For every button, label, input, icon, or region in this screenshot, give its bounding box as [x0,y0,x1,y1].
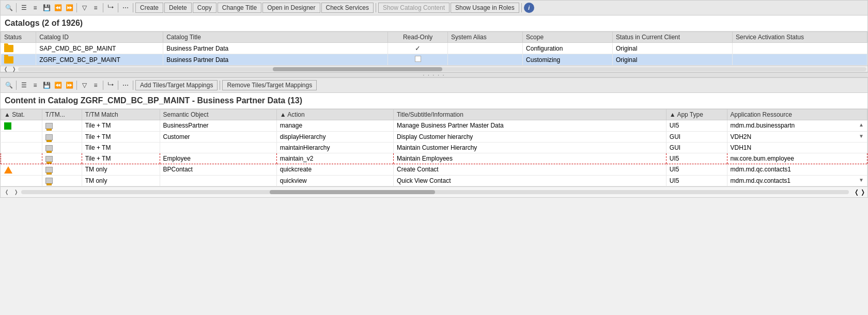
content-row-4[interactable]: Tile + TM Employee maintain_v2 Maintain … [1,153,867,164]
content-row-5[interactable]: TM only BPContact quickcreate Create Con… [1,164,867,175]
col-status: Status [1,32,36,43]
icon-b-grid[interactable]: ⋯ [120,80,131,90]
icon-2[interactable]: ☰ [19,3,29,13]
sep-b3 [103,81,103,90]
col2-t-tm: T/TM... [42,109,82,120]
show-usage-in-roles-button[interactable]: Show Usage in Roles [451,3,519,13]
toolbar-2: 🔍 ☰ ≡ 💾 ⏪ ⏩ ▽ ≡ ⮡ ⋯ Add Tiles/Target Map… [1,78,867,93]
v-scroll-down[interactable]: ❭ [860,188,865,196]
row5-t-tm-match: TM only [82,164,160,175]
row2-scope: Customizing [523,54,613,66]
content-row-3[interactable]: Tile + TM maintainHierarchy Maintain Cus… [1,142,867,153]
row4-action: maintain_v2 [276,153,393,164]
scroll-left-2[interactable]: ❬ [3,188,11,196]
icon-grid[interactable]: ⋯ [120,3,131,13]
panel1-scrollbar[interactable]: ❬ ❭ [1,66,867,72]
icon-1[interactable]: 🔍 [4,3,14,13]
content-row-2[interactable]: Tile + TM Customer displayHierarchy Disp… [1,131,867,142]
catalog-row-1[interactable]: SAP_CMD_BC_BP_MAINT Business Partner Dat… [1,43,867,54]
catalog-table: Status Catalog ID Catalog Title Read-Onl… [1,32,867,66]
row2-catalog-title: Business Partner Data [163,54,388,66]
open-in-designer-button[interactable]: Open in Designer [262,3,320,13]
row4-semantic-object: Employee [160,153,276,164]
row3-t-tm-match: Tile + TM [82,142,160,153]
scroll-right-1[interactable]: ❭ [10,65,18,73]
h-scrollbar-thumb-1 [273,67,442,71]
sep-b2 [76,81,77,90]
row5-app-ressource: mdm.md.qc.contacts1 [727,164,867,175]
col-scope: Scope [523,32,613,43]
catalog-table-container: Status Catalog ID Catalog Title Read-Onl… [1,32,867,66]
icon-b1[interactable]: 🔍 [4,80,14,90]
row1-app-ressource: mdm.md.businesspartn ▲ [727,120,867,132]
icon-save[interactable]: 💾 [41,3,52,13]
row4-app-ressource: nw.core.bum.employee [727,153,867,164]
check-services-button[interactable]: Check Services [321,3,374,13]
row1-catalog-id: SAP_CMD_BC_BP_MAINT [36,43,163,54]
empty-checkbox-1 [415,56,421,62]
icon-b-filter2[interactable]: ≡ [90,80,101,90]
row5-semantic-object: BPContact [160,164,276,175]
icon-filter[interactable]: ▽ [79,3,89,13]
content-row-6[interactable]: TM only quickview Quick View Contact UI5… [1,175,867,186]
icon-b-save[interactable]: 💾 [41,80,52,90]
copy-button[interactable]: Copy [193,3,216,13]
icon-b-export[interactable]: ⮡ [105,80,116,90]
create-button[interactable]: Create [135,3,163,13]
row5-action: quickcreate [276,164,393,175]
folder-icon-2 [4,56,13,64]
col2-app-ressource: Application Ressource [727,109,867,120]
panel1-title: Catalogs (2 of 1926) [1,15,867,32]
row1-app-type: UI5 [666,120,727,132]
panel-splitter[interactable]: · · · · · [0,72,868,77]
icon-b-fwd[interactable]: ⏩ [64,80,74,90]
col-status-in-client: Status in Current Client [613,32,733,43]
icon-b3[interactable]: ≡ [30,80,40,90]
sep1 [16,3,17,12]
delete-button[interactable]: Delete [164,3,192,13]
col2-stat: ▲ Stat. [1,109,42,120]
row6-action: quickview [276,175,393,186]
icon-export[interactable]: ⮡ [105,3,116,13]
icon-b-back[interactable]: ⏪ [53,80,63,90]
toolbar-1: 🔍 ☰ ≡ 💾 ⏪ ⏩ ▽ ≡ ⮡ ⋯ Create Delete Copy C… [1,1,867,15]
scroll-right-2[interactable]: ❭ [12,188,20,196]
sep2 [76,3,77,12]
add-tiles-button[interactable]: Add Tiles/Target Mappings [135,80,218,90]
row5-t-tm [42,164,82,175]
row3-title-subtitle: Maintain Customer Hierarchy [393,142,666,153]
icon-b-filter[interactable]: ▽ [79,80,89,90]
col-catalog-title: Catalog Title [163,32,388,43]
icon-back[interactable]: ⏪ [53,3,63,13]
info-button[interactable]: i [524,3,534,13]
row2-t-tm-match: Tile + TM [82,131,160,142]
splitter-dots: · · · · · [423,72,445,78]
folder-icon-1 [4,45,13,52]
content-row-1[interactable]: Tile + TM BusinessPartner manage Manage … [1,120,867,132]
icon-fwd[interactable]: ⏩ [64,3,74,13]
row6-t-tm [42,175,82,186]
row6-app-type: UI5 [666,175,727,186]
row2-action: displayHierarchy [276,131,393,142]
icon-filter2[interactable]: ≡ [90,3,101,13]
row2-title-subtitle: Display Customer hierarchy [393,131,666,142]
scroll-left-1[interactable]: ❬ [2,65,10,73]
sep3 [103,3,103,12]
catalog-row-2[interactable]: ZGRF_CMD_BC_BP_MAINT Business Partner Da… [1,54,867,66]
row2-catalog-id: ZGRF_CMD_BC_BP_MAINT [36,54,163,66]
h-scrollbar-2[interactable] [21,190,849,194]
row3-app-type: GUI [666,142,727,153]
h-scrollbar-1[interactable] [18,67,866,71]
v-scroll-up[interactable]: ❬ [854,188,859,196]
status-green-icon [4,122,11,130]
icon-3[interactable]: ≡ [30,3,40,13]
col-catalog-id: Catalog ID [36,32,163,43]
row3-t-tm [42,142,82,153]
icon-b2[interactable]: ☰ [19,80,29,90]
row5-app-type: UI5 [666,164,727,175]
remove-tiles-button[interactable]: Remove Tiles/Target Mappings [222,80,317,90]
change-title-button[interactable]: Change Title [218,3,261,13]
row4-stat [1,153,42,164]
top-panel: 🔍 ☰ ≡ 💾 ⏪ ⏩ ▽ ≡ ⮡ ⋯ Create Delete Copy C… [0,0,868,72]
show-catalog-content-button[interactable]: Show Catalog Content [378,3,450,13]
